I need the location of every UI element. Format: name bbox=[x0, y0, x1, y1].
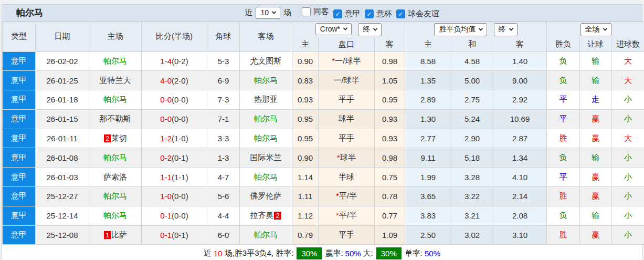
score-cell: 0-2(0-1) bbox=[142, 148, 207, 168]
avg-source-select[interactable]: 胜平负均值 bbox=[434, 23, 487, 36]
full-time-score: 0-0 bbox=[160, 95, 172, 104]
away-team: 拉齐奥 bbox=[250, 211, 273, 220]
score-cell: 1-0(0-0) bbox=[142, 187, 207, 206]
odds-home-cell: 1.12 bbox=[292, 206, 319, 225]
home-team: 帕尔马 bbox=[103, 153, 127, 162]
handicap-text: 球半 bbox=[340, 153, 356, 162]
avg-home-cell: 8.58 bbox=[405, 51, 451, 71]
half-time-score: (0-0) bbox=[172, 95, 188, 104]
half-time-score: (1-1) bbox=[172, 173, 188, 182]
handicap-text: 一/球半 bbox=[333, 76, 359, 85]
table-row: 意甲 25-12-27 帕尔马 1-0(0-0) 5-6 佛罗伦萨 1.11 *… bbox=[3, 187, 644, 206]
subcol-result: 胜负 bbox=[547, 37, 580, 51]
full-time-score: 1-1 bbox=[160, 173, 172, 182]
goals-result-cell: 小 bbox=[611, 148, 644, 168]
checkbox-label[interactable]: 同客 bbox=[313, 7, 329, 17]
avg-away-cell: 2.87 bbox=[493, 129, 547, 148]
date-cell: 26-01-15 bbox=[36, 109, 89, 129]
score-cell: 0-1(0-0) bbox=[142, 206, 207, 225]
checkbox-checked-icon[interactable]: ✓ bbox=[333, 9, 342, 18]
odds-away-cell: 0.78 bbox=[375, 187, 405, 206]
home-team: 比萨 bbox=[111, 230, 127, 239]
bet-result-cell: 输 bbox=[580, 206, 611, 225]
handicap-cell: 球半 bbox=[319, 109, 375, 129]
handicap-text: 平/半 bbox=[339, 191, 357, 200]
bet-result-cell: 赢 bbox=[580, 225, 611, 245]
home-team-cell: 那不勒斯 bbox=[89, 109, 142, 129]
scope-select[interactable]: 全场 bbox=[580, 23, 611, 36]
score-cell: 0-0(0-0) bbox=[142, 90, 207, 110]
checkbox-label[interactable]: 意甲 bbox=[345, 9, 361, 19]
avg-home-cell: 2.89 bbox=[405, 90, 451, 110]
home-team: 帕尔马 bbox=[103, 211, 127, 220]
avg-home-cell: 1.30 bbox=[405, 109, 451, 129]
bet-result-cell: 输 bbox=[580, 148, 611, 168]
handicap-text: 平/半 bbox=[339, 211, 357, 220]
chevron-down-icon bbox=[479, 26, 483, 30]
handicap-cell: 平手 bbox=[319, 225, 375, 245]
avg-group-header: 胜平负均值 终 bbox=[405, 22, 547, 38]
handicap-cell: 平手 bbox=[319, 90, 375, 110]
match-table: 类型 日期 主场 比分(半场) 角球 客场 Crow* 终 bbox=[2, 22, 644, 245]
avg-draw-cell: 3.28 bbox=[451, 168, 493, 187]
away-team: 热那亚 bbox=[254, 95, 278, 103]
away-team-cell: 国际米兰 bbox=[240, 148, 292, 168]
goals-result-cell: 大 bbox=[611, 51, 644, 71]
avg-away-cell: 10.69 bbox=[493, 109, 547, 129]
avg-draw-cell: 2.75 bbox=[451, 90, 493, 110]
result-cell: 平 bbox=[547, 90, 580, 110]
goals-result-cell: 小 bbox=[611, 206, 644, 225]
result-cell: 平 bbox=[547, 109, 580, 129]
league-cell: 意甲 bbox=[3, 225, 36, 245]
home-rank-badge: 2 bbox=[104, 134, 111, 142]
full-time-score: 0-0 bbox=[160, 115, 172, 123]
danlv-value: 50% bbox=[425, 249, 440, 258]
league-cell: 意甲 bbox=[3, 168, 36, 187]
score-cell: 1-2(1-0) bbox=[142, 129, 207, 148]
odds-away-cell: 0.93 bbox=[375, 109, 405, 129]
checkbox-label[interactable]: 意杯 bbox=[376, 9, 392, 19]
odds-home-cell: 0.83 bbox=[292, 71, 319, 90]
subcol-odds-away: 客 bbox=[375, 37, 405, 51]
subcol-odds-home: 主 bbox=[292, 37, 319, 51]
avg-time-select[interactable]: 终 bbox=[494, 23, 518, 36]
league-cell: 意甲 bbox=[3, 109, 36, 129]
handicap-cell: 半球 bbox=[319, 168, 375, 187]
recent-count-select[interactable]: 10 bbox=[256, 7, 280, 19]
chevron-down-icon bbox=[343, 26, 347, 30]
odds-source-select[interactable]: Crow* bbox=[315, 23, 352, 35]
away-team-cell: 佛罗伦萨 bbox=[240, 187, 292, 206]
handicap-text: 平手 bbox=[339, 133, 354, 142]
odds-home-cell: 0.95 bbox=[292, 109, 319, 129]
col-header-type: 类型 bbox=[3, 22, 36, 52]
home-team-cell: 2莱切 bbox=[89, 129, 142, 148]
score-cell: 0-0(0-0) bbox=[142, 109, 207, 129]
checkbox-checked-icon[interactable]: ✓ bbox=[365, 9, 374, 18]
handicap-cell: *球半 bbox=[319, 148, 375, 168]
filter-checkbox-意甲[interactable]: ✓意甲 bbox=[333, 9, 361, 19]
odds-away-cell: 1.05 bbox=[375, 71, 405, 90]
filter-checkbox-同客[interactable]: 同客 bbox=[302, 7, 329, 17]
checkbox-checked-icon[interactable]: ✓ bbox=[396, 9, 405, 18]
chevron-down-icon bbox=[373, 26, 377, 30]
odds-time-select[interactable]: 终 bbox=[358, 23, 382, 36]
avg-away-cell: 1.34 bbox=[493, 148, 547, 168]
goals-result-cell: 大 bbox=[611, 71, 644, 90]
avg-home-cell: 2.50 bbox=[405, 225, 451, 245]
checkbox-unchecked-icon[interactable] bbox=[302, 7, 311, 16]
result-cell: 胜 bbox=[547, 225, 580, 245]
title-bar: 帕尔马 近 10 场 同客✓意甲✓意杯✓球会友谊 bbox=[2, 5, 642, 22]
filter-checkbox-意杯[interactable]: ✓意杯 bbox=[365, 9, 392, 19]
subcol-handicap: 盘口 bbox=[319, 37, 375, 51]
col-header-score: 比分(半场) bbox=[142, 22, 207, 52]
filter-checkbox-球会友谊[interactable]: ✓球会友谊 bbox=[396, 9, 439, 19]
checkbox-label[interactable]: 球会友谊 bbox=[408, 9, 439, 19]
home-team-cell: 亚特兰大 bbox=[89, 71, 142, 90]
corners-cell: 5-3 bbox=[207, 51, 240, 71]
filter-bar: 近 10 场 同客✓意甲✓意杯✓球会友谊 bbox=[245, 7, 439, 19]
away-rank-badge: 2 bbox=[274, 212, 281, 220]
date-cell: 26-01-03 bbox=[36, 168, 89, 187]
table-row: 意甲 26-01-11 2莱切 1-2(1-0) 3-3 帕尔马 0.95 平手… bbox=[3, 129, 644, 148]
date-cell: 26-01-11 bbox=[36, 129, 89, 148]
goals-result-cell: 小 bbox=[611, 168, 644, 187]
